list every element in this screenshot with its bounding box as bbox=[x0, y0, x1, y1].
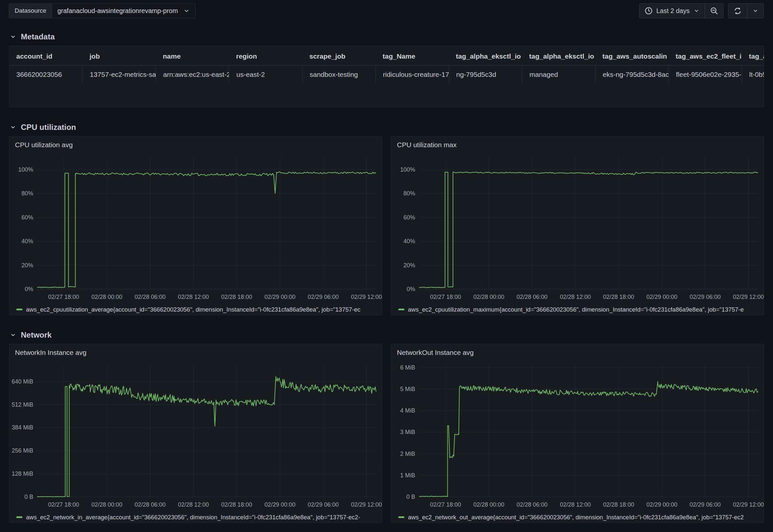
x-tick-label: 02/28 06:00 bbox=[517, 501, 548, 508]
x-tick-label: 02/28 12:00 bbox=[560, 501, 591, 508]
chevron-down-icon bbox=[10, 124, 16, 130]
cpu-panel-row: CPU utilization avg 0%20%40%60%80%100%02… bbox=[9, 136, 764, 315]
y-tick-label: 128 MiB bbox=[12, 470, 33, 477]
dashboard-page: Datasource grafanacloud-awsintegrationre… bbox=[0, 0, 773, 523]
table-header-cell[interactable]: tag_alpha_eksctl_io bbox=[522, 46, 595, 65]
panel-cpu-utilization-avg: CPU utilization avg 0%20%40%60%80%100%02… bbox=[9, 136, 382, 315]
table-header-cell[interactable]: account_id bbox=[9, 46, 82, 65]
x-tick-label: 02/28 12:00 bbox=[178, 501, 209, 508]
section-title: Network bbox=[21, 330, 52, 340]
dashboard-toolbar: Datasource grafanacloud-awsintegrationre… bbox=[9, 3, 764, 18]
y-tick-label: 20% bbox=[403, 262, 415, 269]
section-header-metadata[interactable]: Metadata bbox=[10, 31, 764, 42]
y-tick-label: 384 MiB bbox=[12, 424, 33, 431]
chevron-down-icon bbox=[752, 7, 759, 14]
x-tick-label: 02/27 18:00 bbox=[430, 501, 461, 508]
legend-label: aws_ec2_cpuutilization_average{account_i… bbox=[26, 306, 360, 313]
chart-canvas[interactable]: 0%20%40%60%80%100%02/27 18:0002/28 00:00… bbox=[391, 152, 764, 303]
y-tick-label: 3 MiB bbox=[400, 429, 415, 435]
panel-network-in: NetworkIn Instance avg 0 B128 MiB256 MiB… bbox=[9, 344, 382, 523]
section-header-network[interactable]: Network bbox=[10, 329, 764, 341]
zoom-out-button[interactable] bbox=[705, 3, 724, 18]
y-tick-label: 100% bbox=[400, 166, 415, 173]
table-row: 36662002305613757-ec2-metrics-sandboxarn… bbox=[9, 65, 764, 84]
x-tick-label: 02/28 18:00 bbox=[221, 501, 252, 508]
y-tick-label: 40% bbox=[21, 238, 33, 245]
y-tick-label: 2 MiB bbox=[400, 451, 415, 457]
x-tick-label: 02/28 12:00 bbox=[560, 294, 591, 300]
x-tick-label: 02/29 00:00 bbox=[646, 294, 677, 300]
panel-title[interactable]: NetworkOut Instance avg bbox=[391, 344, 764, 359]
y-tick-label: 640 MiB bbox=[12, 378, 33, 385]
network-in-chart[interactable]: 0 B128 MiB256 MiB384 MiB512 MiB640 MiB02… bbox=[9, 359, 382, 512]
chart-canvas[interactable]: 0 B128 MiB256 MiB384 MiB512 MiB640 MiB02… bbox=[9, 359, 382, 511]
table-cell: ridiculous-creature-17 bbox=[375, 65, 449, 84]
datasource-value: grafanacloud-awsintegrationrevamp-prom bbox=[57, 7, 178, 15]
y-tick-label: 5 MiB bbox=[400, 386, 415, 392]
y-tick-label: 0% bbox=[407, 286, 415, 292]
table-header-cell[interactable]: tag_aws_autoscalin bbox=[595, 46, 668, 65]
series-color-dash bbox=[398, 516, 404, 518]
x-tick-label: 02/28 00:00 bbox=[91, 294, 122, 300]
legend-item[interactable]: aws_ec2_network_in_average{account_id="3… bbox=[9, 512, 382, 523]
cpu-max-chart[interactable]: 0%20%40%60%80%100%02/27 18:0002/28 00:00… bbox=[391, 152, 764, 304]
table-cell: ng-795d5c3d bbox=[449, 65, 522, 84]
series-line bbox=[419, 172, 758, 288]
y-tick-label: 512 MiB bbox=[12, 401, 33, 408]
refresh-interval-dropdown[interactable] bbox=[747, 3, 764, 18]
y-tick-label: 100% bbox=[18, 166, 33, 173]
time-range-picker[interactable]: Last 2 days bbox=[639, 3, 705, 18]
legend-label: aws_ec2_network_out_average{account_id="… bbox=[408, 514, 744, 521]
metadata-table: account_idjobnameregionscrape_jobtag_Nam… bbox=[9, 46, 764, 84]
x-tick-label: 02/28 06:00 bbox=[517, 294, 548, 300]
table-header-cell[interactable]: job bbox=[82, 46, 156, 65]
chart-canvas[interactable]: 0%20%40%60%80%100%02/27 18:0002/28 00:00… bbox=[9, 152, 382, 303]
legend-item[interactable]: aws_ec2_network_out_average{account_id="… bbox=[391, 512, 764, 523]
table-header-cell[interactable]: tag_alpha_eksctl_io bbox=[449, 46, 522, 65]
table-header-cell[interactable]: region bbox=[229, 46, 302, 65]
x-tick-label: 02/28 06:00 bbox=[135, 501, 166, 508]
table-cell: eks-ng-795d5c3d-8ac7d bbox=[595, 65, 668, 84]
table-cell: lt-0b5c bbox=[742, 65, 764, 84]
panel-title[interactable]: CPU utilization max bbox=[391, 136, 764, 152]
panel-title[interactable]: NetworkIn Instance avg bbox=[9, 344, 382, 359]
table-cell: managed bbox=[522, 65, 595, 84]
x-tick-label: 02/28 18:00 bbox=[221, 294, 252, 300]
series-line bbox=[37, 172, 376, 288]
chevron-down-icon bbox=[10, 34, 16, 40]
section-title: Metadata bbox=[21, 32, 55, 41]
legend-label: aws_ec2_network_in_average{account_id="3… bbox=[26, 514, 360, 521]
y-tick-label: 40% bbox=[403, 238, 415, 245]
refresh-icon bbox=[733, 7, 742, 15]
x-tick-label: 02/29 12:00 bbox=[733, 501, 764, 508]
legend-label: aws_ec2_cpuutilization_maximum{account_i… bbox=[408, 306, 744, 313]
legend-item[interactable]: aws_ec2_cpuutilization_average{account_i… bbox=[9, 304, 382, 315]
cpu-avg-chart[interactable]: 0%20%40%60%80%100%02/27 18:0002/28 00:00… bbox=[9, 152, 382, 304]
y-tick-label: 60% bbox=[21, 214, 33, 221]
magnifier-minus-icon bbox=[710, 7, 718, 15]
datasource-picker[interactable]: grafanacloud-awsintegrationrevamp-prom bbox=[52, 3, 196, 18]
y-tick-label: 80% bbox=[403, 190, 415, 197]
x-tick-label: 02/27 18:00 bbox=[48, 294, 79, 300]
metadata-table-panel: account_idjobnameregionscrape_jobtag_Nam… bbox=[9, 46, 764, 107]
refresh-button[interactable] bbox=[728, 3, 747, 18]
y-tick-label: 60% bbox=[403, 214, 415, 221]
table-header-cell[interactable]: scrape_job bbox=[302, 46, 375, 65]
table-header-cell[interactable]: tag_aws_ec2_fleet_i bbox=[668, 46, 742, 65]
y-tick-label: 0 B bbox=[24, 494, 33, 500]
toolbar-right-controls: Last 2 days bbox=[639, 3, 764, 18]
y-tick-label: 1 MiB bbox=[400, 472, 415, 479]
table-header-cell[interactable]: tag_Name bbox=[375, 46, 449, 65]
x-tick-label: 02/28 00:00 bbox=[91, 501, 122, 508]
table-header-cell[interactable]: tag_a bbox=[742, 46, 764, 65]
panel-title[interactable]: CPU utilization avg bbox=[9, 136, 382, 152]
series-color-dash bbox=[16, 516, 22, 518]
series-line bbox=[419, 382, 758, 497]
table-header-cell[interactable]: name bbox=[156, 46, 229, 65]
network-out-chart[interactable]: 0 B1 MiB2 MiB3 MiB4 MiB5 MiB6 MiB02/27 1… bbox=[391, 359, 764, 512]
section-header-cpu[interactable]: CPU utilization bbox=[10, 122, 764, 133]
x-tick-label: 02/29 06:00 bbox=[308, 294, 339, 300]
chart-canvas[interactable]: 0 B1 MiB2 MiB3 MiB4 MiB5 MiB6 MiB02/27 1… bbox=[391, 359, 764, 511]
legend-item[interactable]: aws_ec2_cpuutilization_maximum{account_i… bbox=[391, 304, 764, 315]
network-panel-row: NetworkIn Instance avg 0 B128 MiB256 MiB… bbox=[9, 344, 764, 523]
